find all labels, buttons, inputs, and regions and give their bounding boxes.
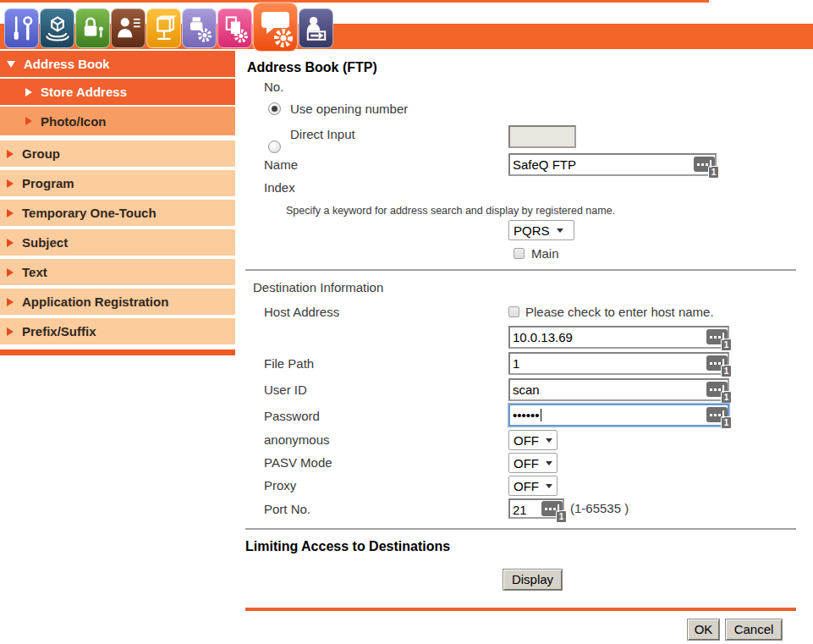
index-select[interactable]: PQRS <box>508 220 574 240</box>
proxy-select[interactable]: OFF <box>508 476 558 496</box>
chevron-right-icon <box>7 179 14 188</box>
dropdown-arrow-icon <box>546 438 552 446</box>
dropdown-arrow-icon <box>546 484 552 492</box>
sidebar-item-label: Photo/Icon <box>41 114 107 129</box>
use-opening-number-radio[interactable] <box>268 102 281 115</box>
user-id-value: scan <box>513 383 540 397</box>
sidebar-item-group[interactable]: Group <box>0 140 235 167</box>
sidebar-item-label: Store Address <box>41 85 127 99</box>
anonymous-label: anonymous <box>264 432 330 447</box>
chevron-right-icon <box>7 328 14 336</box>
sidebar-item-photo-icon[interactable]: Photo/Icon <box>0 107 235 135</box>
sidebar-item-prefix-suffix[interactable]: Prefix/Suffix <box>0 318 235 344</box>
destination-information-label: Destination Information <box>253 280 383 294</box>
dropdown-arrow-icon <box>546 461 552 469</box>
chevron-right-icon <box>7 298 14 306</box>
cancel-button[interactable]: Cancel <box>725 619 783 641</box>
name-value: SafeQ FTP <box>513 157 576 172</box>
port-no-value: 21 <box>513 503 527 517</box>
sidebar-item-label: Temporary One-Touch <box>22 206 157 220</box>
soft-keyboard-icon[interactable]: 1 <box>706 355 728 371</box>
soft-keyboard-icon[interactable]: 1 <box>541 501 563 516</box>
print-setting-icon[interactable] <box>182 8 217 48</box>
user-id-label: User ID <box>264 383 307 397</box>
proxy-label: Proxy <box>264 478 296 493</box>
ok-button[interactable]: OK <box>687 619 720 641</box>
soft-keyboard-icon[interactable]: 1 <box>694 157 715 172</box>
soft-keyboard-icon[interactable]: 1 <box>706 382 728 397</box>
sidebar-item-label: Address Book <box>24 57 110 71</box>
direct-input-radio[interactable] <box>268 140 281 153</box>
direct-input-field[interactable] <box>508 125 576 148</box>
sidebar-item-label: Text <box>22 265 47 279</box>
section-divider <box>245 269 796 271</box>
chevron-right-icon <box>25 117 32 125</box>
chevron-right-icon <box>7 268 14 277</box>
network-icon[interactable] <box>146 8 181 48</box>
port-no-field[interactable]: 21 1 <box>508 498 564 519</box>
password-value: •••••• <box>513 408 540 422</box>
password-label: Password <box>264 409 320 423</box>
user-auth-icon[interactable] <box>111 8 146 48</box>
soft-keyboard-icon[interactable]: 1 <box>706 329 728 344</box>
sidebar-item-label: Prefix/Suffix <box>22 324 96 339</box>
host-address-value: 10.0.13.69 <box>513 330 573 344</box>
chevron-right-icon <box>7 239 14 247</box>
direct-input-label: Direct Input <box>290 127 355 141</box>
sidebar-end-bar <box>0 350 235 355</box>
chevron-right-icon <box>7 209 14 217</box>
port-no-label: Port No. <box>264 502 310 516</box>
chevron-down-icon <box>7 61 15 68</box>
limiting-access-title: Limiting Access to Destinations <box>245 539 450 554</box>
name-field[interactable]: SafeQ FTP 1 <box>508 153 717 176</box>
anonymous-select[interactable]: OFF <box>508 430 558 450</box>
chevron-right-icon <box>25 88 32 96</box>
sidebar-item-program[interactable]: Program <box>0 170 235 196</box>
host-name-checkbox-label: Please check to enter host name. <box>525 305 714 319</box>
job-setting-icon[interactable] <box>217 8 252 48</box>
maintenance-icon[interactable] <box>4 8 39 48</box>
index-hint: Specify a keyword for address search and… <box>286 205 615 217</box>
host-address-label: Host Address <box>264 305 339 319</box>
pasv-mode-select[interactable]: OFF <box>508 453 558 473</box>
screen: Address Book Store Address Photo/Icon Gr… <box>0 0 813 644</box>
user-id-field[interactable]: scan 1 <box>508 378 729 401</box>
page-title: Address Book (FTP) <box>247 60 377 75</box>
password-field[interactable]: •••••• 1 <box>508 404 729 427</box>
sidebar-item-subject[interactable]: Subject <box>0 229 235 256</box>
index-label: Index <box>264 180 295 195</box>
text-caret <box>541 409 541 421</box>
file-path-field[interactable]: 1 1 <box>508 352 729 375</box>
main-panel: Address Book (FTP) No. Use opening numbe… <box>245 51 799 644</box>
section-divider <box>245 528 796 530</box>
chevron-right-icon <box>7 150 14 158</box>
sidebar-item-text[interactable]: Text <box>0 259 235 285</box>
file-path-label: File Path <box>264 356 314 371</box>
sidebar-item-address-book[interactable]: Address Book <box>0 51 235 77</box>
security-icon[interactable] <box>75 8 110 48</box>
sidebar-item-store-address[interactable]: Store Address <box>0 79 235 105</box>
host-name-checkbox[interactable] <box>508 306 519 317</box>
dropdown-arrow-icon <box>557 228 563 236</box>
sidebar-item-label: Subject <box>22 235 68 250</box>
top-orange-line <box>0 0 709 3</box>
main-checkbox[interactable] <box>514 248 525 259</box>
store-address-icon[interactable] <box>253 3 298 52</box>
index-select-value: PQRS <box>514 223 550 238</box>
soft-keyboard-icon[interactable]: 1 <box>706 407 728 422</box>
sidebar-item-label: Group <box>22 146 60 161</box>
file-path-value: 1 <box>513 356 519 371</box>
no-label: No. <box>264 80 283 94</box>
host-address-field[interactable]: 10.0.13.69 1 <box>508 326 729 349</box>
sidebar-item-temporary-one-touch[interactable]: Temporary One-Touch <box>0 200 235 226</box>
display-button[interactable]: Display <box>503 569 563 591</box>
main-checkbox-label: Main <box>531 246 559 261</box>
sidebar-item-label: Program <box>22 176 74 190</box>
sidebar-item-application-registration[interactable]: Application Registration <box>0 289 235 315</box>
logout-icon[interactable] <box>299 8 333 48</box>
pasv-mode-label: PASV Mode <box>264 455 332 470</box>
port-range-label: (1-65535 ) <box>570 501 629 515</box>
footer-orange-rule <box>245 608 796 611</box>
device-information-icon[interactable] <box>40 8 74 48</box>
use-opening-number-label: Use opening number <box>290 102 408 116</box>
